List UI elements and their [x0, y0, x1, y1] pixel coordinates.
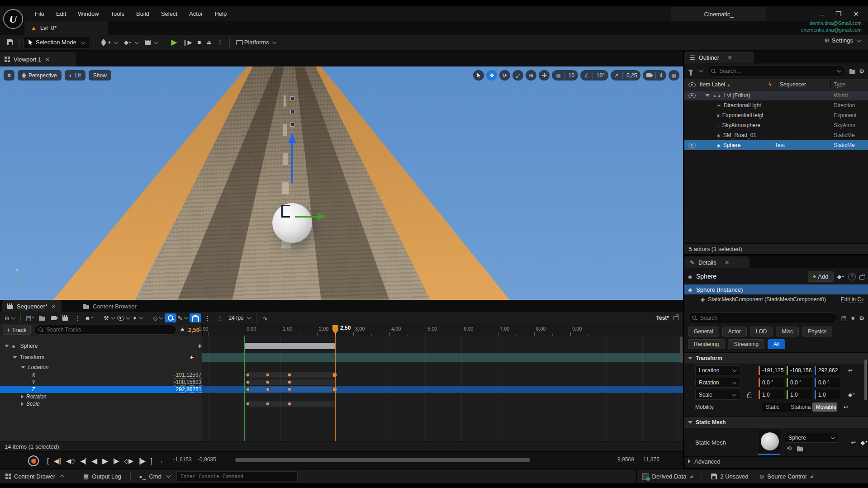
add-actor-icon[interactable]: ☻⁺ [83, 313, 95, 322]
static-mesh-thumbnail[interactable] [758, 430, 780, 455]
snap-magnet-icon[interactable] [190, 313, 201, 322]
filter-chip-physics[interactable]: Physics [802, 327, 832, 336]
add-section-icon[interactable]: + [190, 354, 194, 361]
expand-caret-icon[interactable] [13, 356, 17, 359]
expand-caret-icon[interactable] [21, 366, 25, 369]
working-range-end[interactable]: 9,9569 [617, 456, 634, 463]
content-drawer-button[interactable]: Content Drawer [0, 469, 70, 483]
console-command-input[interactable] [176, 471, 298, 481]
filter-chip-all[interactable]: All [768, 339, 785, 349]
static-mesh-reset-icon[interactable]: ↩ [851, 439, 856, 446]
keyframe[interactable] [246, 388, 250, 392]
static-mesh-section-header[interactable]: Static Mesh [684, 417, 868, 428]
expand-caret-icon[interactable] [5, 345, 9, 347]
collapsed-caret-icon[interactable] [21, 394, 24, 399]
collapsed-caret-icon[interactable] [21, 402, 24, 406]
scale-tool[interactable]: ⤢ [512, 70, 523, 81]
details-settings-gear-icon[interactable]: ⚙ [859, 315, 864, 322]
perspective-dropdown[interactable]: Perspective [18, 70, 62, 81]
trail-key[interactable] [290, 96, 294, 100]
keyframe[interactable] [266, 388, 270, 392]
prev-key-button[interactable]: ◀◇ [64, 457, 77, 464]
output-log-button[interactable]: ▤ Output Log [78, 469, 127, 483]
menu-help[interactable]: Help [209, 6, 232, 21]
tab-outliner[interactable]: ☰ Outliner ✕ [684, 52, 754, 63]
track-row-rotation[interactable]: Rotation‹●› [0, 393, 223, 400]
sequencer-tab-close-icon[interactable]: ✕ [51, 303, 56, 310]
more-dots-icon[interactable]: ⋮ [201, 313, 213, 322]
keyframe[interactable] [266, 402, 270, 406]
tab-content-browser[interactable]: Content Browser [78, 300, 142, 312]
column-sequencer[interactable]: Sequencer [777, 81, 830, 88]
cmd-dropdown[interactable]: ▸_ Cmd [134, 469, 176, 483]
track-row-location[interactable]: Location‹●› [0, 363, 223, 371]
filter-chip-misc[interactable]: Misc [776, 327, 799, 336]
track-filter-icon[interactable]: ≛ [180, 327, 184, 333]
viewport-tab-close-icon[interactable]: ✕ [45, 56, 50, 63]
column-type[interactable]: Type [830, 81, 868, 88]
mobility-option-stationa[interactable]: Stationa [787, 404, 812, 410]
key-lane-location[interactable] [202, 363, 683, 371]
tab-viewport-1[interactable]: Viewport 1 ✕ [0, 52, 76, 66]
mobility-reset-icon[interactable]: ↩ [844, 404, 848, 410]
platforms-dropdown[interactable]: Platforms [233, 37, 280, 48]
unsaved-button[interactable]: 2 Unsaved [706, 469, 754, 483]
gizmo-z-axis[interactable] [291, 142, 293, 183]
filter-chip-streaming[interactable]: Streaming [728, 339, 764, 349]
track-value[interactable]: -191,125977 [174, 372, 204, 379]
favorites-star-icon[interactable]: ★ [850, 315, 856, 322]
track-search-input[interactable] [46, 326, 173, 333]
add-key-icon[interactable]: ◆⁺ [848, 392, 855, 398]
gizmo-y-axis[interactable] [295, 216, 318, 218]
grid-snap-control[interactable]: ▦10 [552, 70, 578, 81]
viewport-scene[interactable]: z ≡ Perspective ◐Lit Show ✥ ⟳ ⤢ ⊕ ✣ ▦10 … [0, 66, 683, 300]
timeline-scrollbar[interactable] [235, 458, 530, 462]
outliner-filter-chevron[interactable] [699, 68, 703, 73]
track-row-scale[interactable]: Scale‹●› [0, 400, 223, 407]
key-lane-z[interactable] [202, 386, 683, 393]
world-icon[interactable]: ⊕ [4, 313, 17, 322]
blueprint-convert-icon[interactable]: ◆⁃ [837, 273, 845, 280]
maximize-icon[interactable]: ❐ [835, 10, 841, 18]
component-row-staticmesh[interactable]: ◈ StaticMeshComponent (StaticMeshCompone… [684, 294, 868, 304]
jump-to-end-button[interactable]: ] [149, 457, 154, 464]
save-button[interactable] [5, 37, 16, 48]
record-button[interactable] [28, 455, 39, 466]
keyframe[interactable] [246, 402, 250, 406]
fps-dropdown[interactable]: 24 fps [227, 315, 253, 321]
menu-actor[interactable]: Actor [183, 6, 209, 21]
key-lane-x[interactable] [202, 371, 683, 379]
scale-lock-icon[interactable] [747, 394, 752, 398]
display-options-icon[interactable]: ▤ [841, 315, 846, 322]
show-dropdown[interactable]: Show [89, 70, 111, 81]
current-time-display[interactable]: 2,50 [188, 327, 199, 333]
stop-button[interactable]: ■ [195, 37, 204, 48]
timeline-ruler[interactable]: 1,000,001,002,003,004,005,006,007,008,00… [202, 324, 683, 336]
camera-speed-control[interactable]: 4 [643, 70, 666, 81]
view-options-icon[interactable] [116, 313, 132, 322]
sequencer-scrollbar[interactable] [680, 336, 683, 363]
key-lane-rotation[interactable] [202, 393, 683, 400]
help-icon[interactable]: ? [848, 273, 856, 280]
menu-window[interactable]: Window [72, 6, 104, 21]
filter-chip-rendering[interactable]: Rendering [688, 339, 725, 349]
scale-z-value[interactable]: 1,0 [815, 390, 840, 399]
create-folder-icon[interactable] [849, 70, 855, 74]
playhead-line[interactable] [335, 336, 336, 441]
outliner-row-sm-road-01[interactable]: ◈SM_Road_01StaticMe [684, 130, 868, 140]
outliner-search-chevron[interactable] [837, 68, 842, 73]
play-button[interactable]: ▶ [100, 456, 109, 466]
camera-icon[interactable] [48, 313, 60, 322]
sequencer-key-lanes[interactable] [202, 336, 683, 441]
derived-data-button[interactable]: Derived Data ◢ [636, 469, 698, 483]
menu-select[interactable]: Select [155, 6, 183, 21]
scale-y-value[interactable]: 1,0 [787, 390, 812, 399]
keyframe[interactable] [266, 373, 270, 377]
move-tool[interactable]: ✥ [486, 70, 497, 81]
static-mesh-select[interactable]: Sphere [785, 433, 839, 443]
visibility-eye-icon[interactable] [684, 93, 700, 98]
play-backward-button[interactable]: ◀ [90, 456, 99, 466]
step-back-frame-button[interactable]: ◀|| [52, 457, 62, 464]
minimize-icon[interactable]: – [820, 10, 824, 18]
outliner-tab-close-icon[interactable]: ✕ [727, 54, 732, 61]
